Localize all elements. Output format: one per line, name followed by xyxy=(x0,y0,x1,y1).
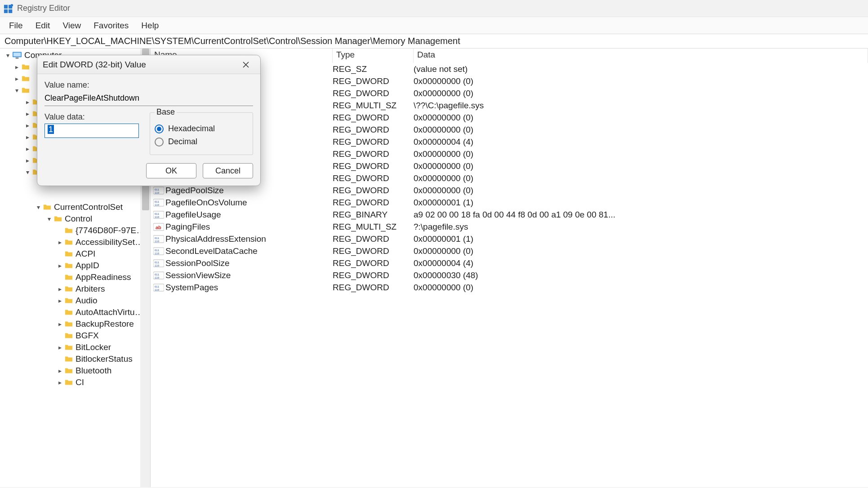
chevron-down-icon[interactable]: ▾ xyxy=(13,87,21,94)
menu-file[interactable]: File xyxy=(3,18,29,33)
tree-item[interactable]: ▸Bluetooth xyxy=(0,365,150,377)
tree-item[interactable]: ▸AppReadiness xyxy=(0,271,150,283)
svg-text:011: 011 xyxy=(155,285,160,288)
tree-control[interactable]: ▾ Control xyxy=(0,213,150,225)
chevron-right-icon[interactable]: ▸ xyxy=(56,367,64,374)
value-name-label: Value name: xyxy=(45,80,253,90)
radio-decimal[interactable]: Decimal xyxy=(155,137,248,146)
svg-text:ab: ab xyxy=(156,225,161,230)
folder-icon xyxy=(65,320,73,328)
tree-label: BitLocker xyxy=(76,342,111,352)
chevron-down-icon[interactable]: ▾ xyxy=(45,215,53,222)
chevron-right-icon[interactable]: ▸ xyxy=(56,320,64,328)
folder-icon xyxy=(22,63,30,71)
menu-favorites[interactable]: Favorites xyxy=(87,18,135,33)
tree-item[interactable]: ▸BitlockerStatus xyxy=(0,353,150,365)
list-item[interactable]: 011110SystemPagesREG_DWORD0x00000000 (0) xyxy=(151,281,868,293)
chevron-right-icon[interactable]: ▸ xyxy=(23,157,31,164)
list-item[interactable]: 011110SecondLevelDataCacheREG_DWORD0x000… xyxy=(151,245,868,257)
value-data-input[interactable]: 1 xyxy=(45,124,139,138)
list-item[interactable]: abPagingFilesREG_MULTI_SZ?:\pagefile.sys xyxy=(151,221,868,233)
tree-item[interactable]: ▸AutoAttachVirtu… xyxy=(0,306,150,318)
chevron-right-icon[interactable]: ▸ xyxy=(56,297,64,304)
ok-button[interactable]: OK xyxy=(146,163,196,178)
list-item[interactable]: 011110SessionViewSizeREG_DWORD0x00000030… xyxy=(151,269,868,281)
regedit-icon xyxy=(4,4,13,13)
svg-rect-6 xyxy=(13,53,21,56)
tree-item[interactable]: ▸Arbiters xyxy=(0,283,150,295)
chevron-right-icon[interactable]: ▸ xyxy=(23,98,31,106)
column-data[interactable]: Data xyxy=(414,49,868,63)
svg-rect-3 xyxy=(9,9,12,13)
folder-icon xyxy=(65,262,73,270)
chevron-right-icon[interactable]: ▸ xyxy=(23,145,31,152)
base-group: Base Hexadecimal Decimal xyxy=(150,112,253,155)
tree-item[interactable]: ▸ACPI xyxy=(0,248,150,260)
value-data-label: Value data: xyxy=(45,112,139,122)
folder-icon xyxy=(65,378,73,386)
svg-text:011: 011 xyxy=(155,213,160,215)
folder-icon xyxy=(65,308,73,316)
dialog-titlebar[interactable]: Edit DWORD (32-bit) Value xyxy=(37,55,260,74)
svg-text:011: 011 xyxy=(155,200,160,203)
tree-item[interactable]: ▸AppID xyxy=(0,260,150,271)
chevron-right-icon[interactable]: ▸ xyxy=(56,239,64,246)
chevron-down-icon[interactable]: ▾ xyxy=(34,204,42,211)
edit-dword-dialog: Edit DWORD (32-bit) Value Value name: Va… xyxy=(37,55,261,186)
svg-text:110: 110 xyxy=(155,204,160,206)
tree-item[interactable]: ▸ xyxy=(0,190,150,201)
list-item[interactable]: 011110PagefileUsageREG_BINARYa9 02 00 00… xyxy=(151,209,868,221)
menu-edit[interactable]: Edit xyxy=(29,18,57,33)
tree-label: CurrentControlSet xyxy=(54,202,123,212)
svg-text:110: 110 xyxy=(155,191,160,194)
chevron-down-icon[interactable]: ▾ xyxy=(4,52,12,59)
reg-binary-icon: 011110 xyxy=(153,283,164,292)
svg-text:011: 011 xyxy=(155,188,160,191)
tree-item[interactable]: ▸Audio xyxy=(0,295,150,306)
close-button[interactable] xyxy=(237,58,255,71)
address-bar[interactable]: Computer\HKEY_LOCAL_MACHINE\SYSTEM\Curre… xyxy=(0,34,868,49)
svg-text:110: 110 xyxy=(155,288,160,291)
tree-currentcontrolset[interactable]: ▾ CurrentControlSet xyxy=(0,201,150,213)
chevron-right-icon[interactable]: ▸ xyxy=(23,122,31,129)
tree-label: AppReadiness xyxy=(76,272,131,282)
dialog-title: Edit DWORD (32-bit) Value xyxy=(43,60,146,70)
radio-hexadecimal[interactable]: Hexadecimal xyxy=(155,124,248,133)
radio-label: Hexadecimal xyxy=(168,124,215,133)
tree-item[interactable]: ▸CI xyxy=(0,377,150,388)
cancel-button[interactable]: Cancel xyxy=(203,163,253,178)
list-item[interactable]: 011110PagedPoolSizeREG_DWORD0x00000000 (… xyxy=(151,184,868,196)
tree-item[interactable]: ▸BackupRestore xyxy=(0,318,150,330)
tree-item[interactable]: ▸BGFX xyxy=(0,330,150,342)
chevron-right-icon[interactable]: ▸ xyxy=(56,344,64,351)
list-item[interactable]: 011110SessionPoolSizeREG_DWORD0x00000004… xyxy=(151,257,868,269)
svg-text:011: 011 xyxy=(155,273,160,276)
tree-item[interactable]: ▸{7746D80F-97E… xyxy=(0,225,150,236)
chevron-right-icon[interactable]: ▸ xyxy=(23,110,31,117)
chevron-right-icon[interactable]: ▸ xyxy=(13,63,21,71)
tree-label: {7746D80F-97E… xyxy=(76,226,145,235)
chevron-right-icon[interactable]: ▸ xyxy=(56,262,64,269)
folder-icon xyxy=(65,367,73,375)
chevron-down-icon[interactable]: ▾ xyxy=(23,169,31,176)
folder-icon xyxy=(65,273,73,281)
list-item[interactable]: 011110PagefileOnOsVolumeREG_DWORD0x00000… xyxy=(151,196,868,209)
list-item[interactable]: 011110PhysicalAddressExtensionREG_DWORD0… xyxy=(151,233,868,245)
chevron-right-icon[interactable]: ▸ xyxy=(56,379,64,386)
radio-icon xyxy=(155,138,164,146)
menu-help[interactable]: Help xyxy=(135,18,165,33)
value-name-input[interactable] xyxy=(45,92,253,106)
tree-item[interactable]: ▸BitLocker xyxy=(0,342,150,353)
folder-icon xyxy=(22,86,30,94)
svg-text:110: 110 xyxy=(155,252,160,255)
chevron-right-icon[interactable]: ▸ xyxy=(56,285,64,293)
menu-view[interactable]: View xyxy=(56,18,87,33)
folder-icon xyxy=(54,215,62,223)
chevron-right-icon[interactable]: ▸ xyxy=(23,133,31,141)
tree-item[interactable]: ▸AccessibilitySet… xyxy=(0,236,150,248)
svg-text:110: 110 xyxy=(155,240,160,243)
svg-rect-7 xyxy=(16,58,19,59)
column-type[interactable]: Type xyxy=(333,49,414,63)
chevron-right-icon[interactable]: ▸ xyxy=(13,75,21,82)
folder-icon xyxy=(65,226,73,235)
